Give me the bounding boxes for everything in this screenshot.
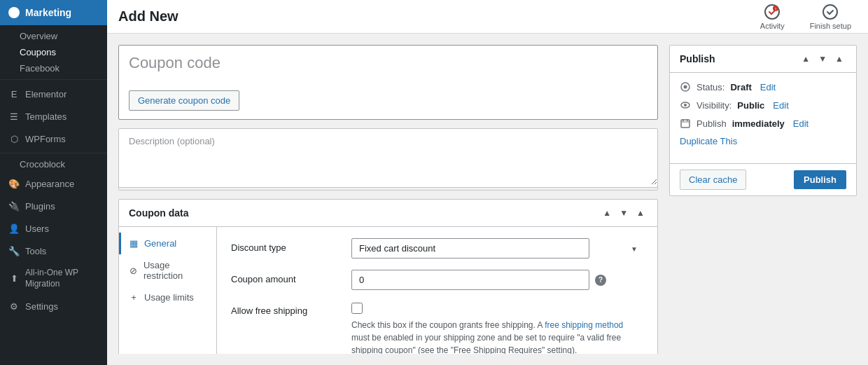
coupon-data-body: ▦ General ⊘ Usage restriction + Usage li… xyxy=(119,227,657,354)
usage-limits-icon: + xyxy=(129,293,139,303)
topbar-left: Add New xyxy=(118,8,178,25)
sidebar-item-label: Users xyxy=(25,223,49,234)
sidebar-item-users[interactable]: 👤 Users xyxy=(0,217,107,240)
templates-icon: ☰ xyxy=(8,111,20,122)
generate-coupon-code-button[interactable]: Generate coupon code xyxy=(129,90,239,111)
allow-free-shipping-checkbox[interactable] xyxy=(351,303,363,314)
main-area: Add New ! Activity Fin xyxy=(107,0,868,365)
duplicate-this-link[interactable]: Duplicate This xyxy=(680,136,846,146)
svg-rect-8 xyxy=(681,120,690,128)
sidebar-item-elementor[interactable]: E Elementor xyxy=(0,83,107,105)
status-value: Draft xyxy=(730,82,751,92)
publish-timing-row: Publish immediately Edit xyxy=(680,118,846,129)
visibility-icon xyxy=(680,99,691,111)
discount-type-select[interactable]: Percentage discount Fixed cart discount … xyxy=(351,238,589,259)
sidebar-app-title: Marketing xyxy=(25,7,71,18)
sidebar-item-label: Facebook xyxy=(20,63,59,74)
discount-type-row: Discount type Percentage discount Fixed … xyxy=(231,238,643,259)
sidebar-divider-2 xyxy=(0,153,107,153)
visibility-label: Visibility: xyxy=(696,100,732,111)
sidebar-item-overview[interactable]: Overview xyxy=(0,28,107,44)
sidebar-divider xyxy=(0,79,107,80)
coupon-amount-control: ? xyxy=(351,270,643,290)
tab-label: General xyxy=(144,238,176,249)
description-section xyxy=(118,128,658,191)
sidebar-item-tools[interactable]: 🔧 Tools xyxy=(0,240,107,262)
discount-type-label: Discount type xyxy=(231,238,343,253)
activity-icon: ! xyxy=(764,4,780,20)
publish-box: Publish ▲ ▼ ▲ xyxy=(669,45,857,196)
publish-collapse-down[interactable]: ▼ xyxy=(816,53,830,65)
free-shipping-method-link[interactable]: free shipping method xyxy=(545,320,623,330)
sidebar-item-wpforms[interactable]: ⬡ WPForms xyxy=(0,128,107,150)
sidebar-item-label: Plugins xyxy=(25,201,55,212)
coupon-tabs: ▦ General ⊘ Usage restriction + Usage li… xyxy=(119,227,217,354)
sidebar: Marketing Overview Coupons Facebook E El… xyxy=(0,0,107,365)
publish-collapse-up[interactable]: ▲ xyxy=(799,53,813,65)
sidebar-header[interactable]: Marketing xyxy=(0,0,107,25)
sidebar-item-templates[interactable]: ☰ Templates xyxy=(0,105,107,128)
sidebar-item-label: Tools xyxy=(25,246,46,256)
toggle-button[interactable]: ▲ xyxy=(634,207,648,219)
finish-setup-button[interactable]: Finish setup xyxy=(804,1,857,33)
coupon-code-section: Generate coupon code xyxy=(118,45,658,120)
sidebar-item-settings[interactable]: ⚙ Settings xyxy=(0,295,107,317)
publish-title: Publish xyxy=(680,53,715,64)
coupon-data-box: Coupon data ▲ ▼ ▲ ▦ General xyxy=(118,199,658,354)
publish-button[interactable]: Publish xyxy=(794,170,846,189)
sidebar-marketing-section: Overview Coupons Facebook xyxy=(0,28,107,76)
general-tab-icon: ▦ xyxy=(129,239,139,249)
tab-general[interactable]: ▦ General xyxy=(119,233,216,254)
coupon-panel: Discount type Percentage discount Fixed … xyxy=(217,227,657,354)
sidebar-item-label: Elementor xyxy=(25,89,66,99)
content-area: Generate coupon code Coupon data ▲ ▼ ▲ xyxy=(107,34,868,365)
publish-header-controls: ▲ ▼ ▲ xyxy=(799,53,846,65)
activity-label: Activity xyxy=(760,22,785,30)
status-row: Status: Draft Edit xyxy=(680,81,846,92)
svg-point-5 xyxy=(684,85,687,89)
allow-free-shipping-row: Allow free shipping Check this box if th… xyxy=(231,301,643,354)
clear-cache-button[interactable]: Clear cache xyxy=(680,170,746,190)
elementor-icon: E xyxy=(8,88,20,99)
tools-icon: 🔧 xyxy=(8,245,20,256)
sidebar-item-crocoblock[interactable]: Crocoblock xyxy=(0,156,107,172)
collapse-up-button[interactable]: ▲ xyxy=(600,207,614,219)
sidebar-item-label: Appearance xyxy=(25,179,74,189)
finish-setup-icon xyxy=(822,4,839,20)
publish-timing-edit-link[interactable]: Edit xyxy=(793,118,808,129)
coupon-amount-input[interactable] xyxy=(351,270,589,290)
appearance-icon: 🎨 xyxy=(8,178,20,189)
coupon-data-title: Coupon data xyxy=(129,207,189,219)
publish-body: Status: Draft Edit Visibility: xyxy=(670,73,856,163)
visibility-edit-link[interactable]: Edit xyxy=(773,100,788,111)
select-arrow-icon: ▼ xyxy=(631,245,638,252)
publish-toggle[interactable]: ▲ xyxy=(832,53,846,65)
allow-free-shipping-control: Check this box if the coupon grants free… xyxy=(351,301,643,354)
status-edit-link[interactable]: Edit xyxy=(760,82,776,92)
visibility-row: Visibility: Public Edit xyxy=(680,99,846,111)
activity-button[interactable]: ! Activity xyxy=(755,1,790,33)
sidebar-item-label: Coupons xyxy=(20,47,56,57)
sidebar-item-all-in-one[interactable]: ⬆ All-in-One WP Migration xyxy=(0,262,107,295)
coupon-amount-row: Coupon amount ? xyxy=(231,270,643,290)
description-textarea[interactable] xyxy=(119,129,657,185)
publish-footer: Clear cache Publish xyxy=(670,163,856,195)
tab-usage-restriction[interactable]: ⊘ Usage restriction xyxy=(119,254,216,287)
sidebar-item-facebook[interactable]: Facebook xyxy=(0,60,107,76)
status-label: Status: xyxy=(696,82,724,92)
sidebar-item-label: Settings xyxy=(25,301,58,312)
collapse-down-button[interactable]: ▼ xyxy=(617,207,631,219)
coupon-data-controls: ▲ ▼ ▲ xyxy=(600,207,648,219)
editor-area: Generate coupon code Coupon data ▲ ▼ ▲ xyxy=(118,45,658,354)
coupon-data-header: Coupon data ▲ ▼ ▲ xyxy=(119,200,657,227)
sidebar-item-appearance[interactable]: 🎨 Appearance xyxy=(0,172,107,195)
coupon-amount-help-icon: ? xyxy=(595,275,606,286)
topbar-right: ! Activity Finish setup xyxy=(755,1,857,33)
tab-usage-limits[interactable]: + Usage limits xyxy=(119,287,216,308)
sidebar-item-plugins[interactable]: 🔌 Plugins xyxy=(0,195,107,217)
coupon-code-input[interactable] xyxy=(119,46,657,81)
sidebar-item-label: Overview xyxy=(20,31,57,41)
sidebar-item-coupons[interactable]: Coupons xyxy=(0,44,107,60)
publish-sidebar: Publish ▲ ▼ ▲ xyxy=(669,45,857,354)
publish-timing: immediately xyxy=(732,118,785,129)
